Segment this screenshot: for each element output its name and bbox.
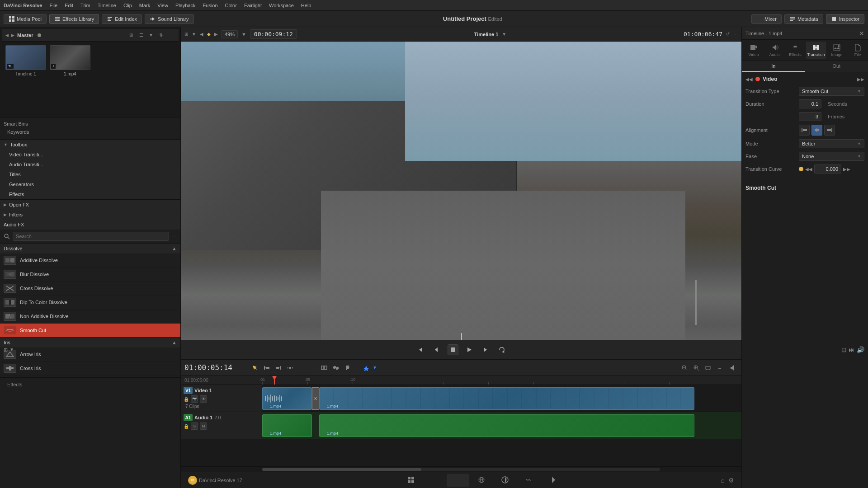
- audio-lock-icon[interactable]: 🔒: [184, 424, 189, 429]
- menu-clip[interactable]: Clip: [123, 3, 132, 8]
- dock-media[interactable]: [400, 474, 422, 487]
- tab-file[interactable]: File: [848, 42, 868, 59]
- menu-workspace[interactable]: Workspace: [269, 3, 294, 8]
- home-icon[interactable]: ⌂: [721, 477, 725, 484]
- go-to-end-btn[interactable]: [480, 344, 491, 355]
- tab-effects[interactable]: Effects: [785, 42, 805, 59]
- sort-icon[interactable]: ⇅: [157, 31, 165, 39]
- list-item[interactable]: Blur Dissolve: [0, 267, 180, 282]
- open-fx-header[interactable]: ▶ Open FX: [0, 200, 180, 210]
- in-tab[interactable]: In: [742, 61, 805, 72]
- settings-icon[interactable]: ⚙: [728, 477, 734, 484]
- app-logo[interactable]: DaVinci Resolve: [4, 3, 42, 8]
- list-item[interactable]: Arrow Iris: [0, 347, 180, 361]
- blade-tool[interactable]: [297, 362, 307, 373]
- tab-transition[interactable]: Transition: [806, 42, 826, 59]
- nav-mark[interactable]: ◆: [207, 32, 211, 37]
- tab-image[interactable]: Image: [827, 42, 847, 59]
- audio-clip[interactable]: 1.mp4: [262, 414, 312, 437]
- generators-item[interactable]: Generators: [0, 179, 180, 189]
- menu-color[interactable]: Color: [225, 3, 237, 8]
- track-visibility-btn[interactable]: 👁: [200, 395, 207, 403]
- keywords-item[interactable]: Keywords: [4, 128, 177, 136]
- viewer-icon[interactable]: ⊞: [184, 32, 188, 37]
- nav-forward[interactable]: ▶: [214, 32, 218, 37]
- align-center-btn[interactable]: [811, 125, 822, 136]
- out-tab[interactable]: Out: [805, 61, 868, 72]
- timeline-name[interactable]: Timeline 1: [474, 32, 499, 37]
- transition-type-value[interactable]: Smooth Cut ▼: [799, 87, 864, 96]
- sound-library-btn[interactable]: Sound Library: [145, 14, 194, 24]
- duration-seconds-input[interactable]: [799, 99, 821, 108]
- go-to-start-btn[interactable]: [415, 344, 426, 355]
- audio-fx-header[interactable]: Audio FX: [0, 220, 180, 230]
- list-item[interactable]: Cross Dissolve: [0, 282, 180, 296]
- dynamic-trim-tool[interactable]: [285, 362, 296, 373]
- curve-right[interactable]: ▶▶: [843, 167, 850, 172]
- minus-tool[interactable]: –: [714, 362, 725, 373]
- video-clip[interactable]: 1.mp4: [319, 387, 694, 410]
- step-back-btn[interactable]: [431, 344, 442, 355]
- iris-header[interactable]: Iris ▲: [0, 338, 180, 347]
- timeline-timecode[interactable]: 01:00:05:14: [184, 363, 248, 372]
- trim-end-tool[interactable]: [273, 362, 284, 373]
- dock-fusion[interactable]: [470, 474, 493, 487]
- menu-edit[interactable]: Edit: [65, 3, 73, 8]
- transition-marker[interactable]: [312, 387, 319, 410]
- audio-mute[interactable]: [727, 362, 738, 373]
- zoom-out-timeline[interactable]: [679, 362, 690, 373]
- dock-cut[interactable]: [423, 474, 446, 487]
- section-nav-left[interactable]: ◀◀: [745, 77, 753, 82]
- video-transitions-item[interactable]: Video Transiti...: [0, 150, 180, 160]
- timeline-dropdown[interactable]: ▼: [502, 32, 506, 37]
- audio-mute-btn[interactable]: M: [200, 422, 207, 430]
- zoom-dropdown[interactable]: ▼: [241, 32, 246, 37]
- menu-mark[interactable]: Mark: [139, 3, 150, 8]
- menu-fusion[interactable]: Fusion: [203, 3, 218, 8]
- curve-left[interactable]: ◀◀: [805, 167, 812, 172]
- align-start-btn[interactable]: [799, 125, 810, 136]
- dock-color[interactable]: [494, 474, 516, 487]
- duration-frames-input[interactable]: [799, 112, 821, 121]
- audio-clip[interactable]: 1.mp4: [319, 414, 694, 437]
- metadata-btn[interactable]: Metadata: [784, 14, 823, 24]
- edit-index-btn[interactable]: Edit Index: [102, 14, 142, 24]
- audio-solo-btn[interactable]: S: [191, 422, 198, 430]
- dissolve-header[interactable]: Dissolve ▲: [0, 244, 180, 253]
- menu-playback[interactable]: Playback: [175, 3, 196, 8]
- trim-start-tool[interactable]: [261, 362, 272, 373]
- menu-help[interactable]: Help: [301, 3, 311, 8]
- filters-header[interactable]: ▶ Filters: [0, 210, 180, 220]
- align-end-btn[interactable]: [824, 125, 835, 136]
- audio-icon[interactable]: 🔊: [857, 346, 864, 353]
- nav-back[interactable]: ◀: [200, 32, 203, 37]
- list-item[interactable]: Smooth Cut: [0, 324, 180, 338]
- flag-clip[interactable]: [342, 362, 353, 373]
- stop-btn[interactable]: [448, 344, 458, 355]
- menu-timeline[interactable]: Timeline: [98, 3, 116, 8]
- dock-edit[interactable]: [447, 474, 469, 487]
- viewer-format-icon[interactable]: ⊞: [4, 347, 8, 353]
- list-item[interactable]: Additive Dissolve: [0, 253, 180, 267]
- next-clip-icon[interactable]: ⏭: [849, 346, 855, 353]
- loop-btn[interactable]: [496, 344, 507, 355]
- video-track-content[interactable]: 1.mp4 1.mp4: [262, 385, 741, 412]
- audio-transitions-item[interactable]: Audio Transiti...: [0, 160, 180, 169]
- list-item[interactable]: Cross Iris: [0, 361, 180, 375]
- filter-icon[interactable]: ▼: [147, 31, 155, 39]
- play-btn[interactable]: [464, 344, 475, 355]
- viewer-format-dropdown[interactable]: ▼: [9, 347, 14, 353]
- add-marker[interactable]: [361, 362, 372, 373]
- refresh-icon[interactable]: ↺: [726, 32, 730, 37]
- media-pool-btn[interactable]: Media Pool: [4, 14, 47, 24]
- selection-tool[interactable]: [250, 362, 260, 373]
- grid-icon[interactable]: ⊞: [127, 31, 135, 39]
- link-clips[interactable]: [330, 362, 341, 373]
- viewer-dropdown[interactable]: ▼: [192, 32, 196, 37]
- track-camera-btn[interactable]: 📷: [191, 395, 198, 403]
- inspector-btn[interactable]: Inspector: [826, 14, 864, 24]
- tab-video[interactable]: Video: [744, 42, 764, 59]
- snap-to-clips[interactable]: [319, 362, 330, 373]
- zoom-area[interactable]: [703, 362, 713, 373]
- list-item[interactable]: TL Timeline 1: [5, 45, 46, 76]
